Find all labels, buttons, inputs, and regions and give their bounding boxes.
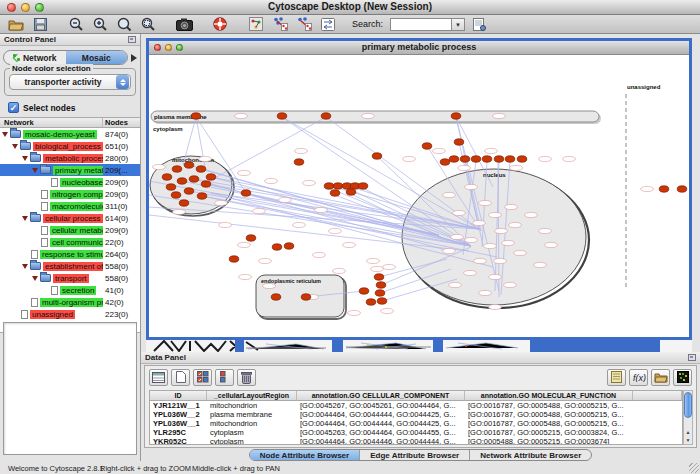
network-node[interactable]	[272, 244, 282, 250]
select-nodes-checkbox[interactable]: ✓	[8, 102, 19, 113]
network-node[interactable]	[422, 143, 432, 149]
column-header[interactable]: _cellularLayoutRegion	[207, 391, 297, 400]
tree-row[interactable]: establishment of lo558(0)	[0, 260, 140, 272]
frame-zoom-button[interactable]	[176, 44, 183, 51]
column-header[interactable]: annotation.GO MOLECULAR_FUNCTION	[465, 391, 633, 400]
network-node[interactable]	[494, 156, 504, 162]
open-session-button[interactable]	[6, 16, 26, 33]
scroll-up-button[interactable]: ▲	[684, 428, 692, 436]
import-attributes-button[interactable]	[651, 369, 670, 386]
expand-triangle-icon[interactable]	[32, 168, 38, 173]
table-row[interactable]: YLR295Ccytoplasm[GO:0045263, GO:0044464,…	[150, 428, 682, 437]
network-node[interactable]	[358, 183, 368, 189]
network-node[interactable]	[184, 162, 194, 168]
network-node[interactable]	[201, 181, 211, 187]
network-node[interactable]	[229, 256, 239, 262]
network-node[interactable]	[246, 235, 256, 241]
attribute-editor-button[interactable]	[607, 369, 626, 386]
help-button[interactable]	[210, 16, 230, 33]
network-node[interactable]	[460, 156, 470, 162]
tree-row[interactable]: unassigned223(0)	[0, 308, 140, 320]
select-attributes-button[interactable]	[149, 369, 168, 386]
control-panel-float-icon[interactable]	[128, 36, 136, 43]
tree-row[interactable]: response to stimulu264(0)	[0, 248, 140, 260]
scroll-down-button[interactable]: ▼	[684, 436, 692, 444]
region-plasma-membrane[interactable]	[151, 111, 599, 122]
attribute-modification-button[interactable]	[215, 369, 234, 386]
tab-network[interactable]: Network	[4, 51, 66, 64]
network-node[interactable]	[333, 183, 343, 189]
table-row[interactable]: YKR052Ccytoplasm[GO:0044464, GO:0044446,…	[150, 437, 682, 445]
network-node[interactable]	[172, 166, 182, 172]
network-node[interactable]	[449, 156, 459, 162]
zoom-selected-button[interactable]	[138, 16, 158, 33]
network-node[interactable]	[366, 299, 376, 305]
search-config-button[interactable]	[469, 16, 489, 33]
tree-row[interactable]: cellular metabo209(0)	[0, 224, 140, 236]
column-header[interactable]: annotation.GO CELLULAR_COMPONENT	[297, 391, 465, 400]
tree-row[interactable]: secretion41(0)	[0, 284, 140, 296]
network-node[interactable]	[451, 113, 461, 119]
network-node[interactable]	[372, 153, 382, 159]
zoom-out-button[interactable]	[66, 16, 86, 33]
frame-close-button[interactable]	[154, 44, 161, 51]
table-row[interactable]: YPL036W__1mitochondrion[GO:0044464, GO:0…	[150, 419, 682, 428]
tree-row[interactable]: nucleobase-209(0)	[0, 176, 140, 188]
tree-col-nodes[interactable]: Nodes	[103, 118, 140, 127]
network-node[interactable]	[482, 156, 492, 162]
network-node[interactable]	[677, 186, 687, 192]
region-nucleus[interactable]	[402, 169, 586, 305]
close-window-button[interactable]	[7, 3, 16, 12]
tree-row[interactable]: cell communicat22(0)	[0, 236, 140, 248]
tab-node-attribute-browser[interactable]: Node Attribute Browser	[250, 450, 361, 460]
network-node[interactable]	[277, 113, 287, 119]
data-panel-float-icon[interactable]	[688, 354, 696, 361]
network-node[interactable]	[321, 113, 331, 119]
expand-triangle-icon[interactable]	[22, 156, 28, 161]
tab-edge-attribute-browser[interactable]: Edge Attribute Browser	[360, 450, 470, 460]
matrix-view-button[interactable]	[673, 369, 692, 386]
network-node[interactable]	[301, 294, 311, 300]
node-color-select[interactable]: transporter activity	[9, 74, 131, 90]
network-node[interactable]	[375, 290, 385, 296]
tree-row[interactable]: biological_process651(0)	[0, 140, 140, 152]
network-node[interactable]	[189, 176, 199, 182]
expand-triangle-icon[interactable]	[22, 264, 28, 269]
background-window-edge[interactable]	[433, 340, 443, 352]
attribute-selection-button[interactable]	[193, 369, 212, 386]
background-window-edge[interactable]	[530, 340, 660, 352]
network-node[interactable]	[517, 156, 527, 162]
tree-row[interactable]: nitrogen compo209(0)	[0, 188, 140, 200]
tree-row[interactable]: primary metabo209(...	[0, 164, 140, 176]
background-window-edge[interactable]	[332, 340, 343, 352]
tab-mosaic[interactable]: Mosaic	[66, 51, 128, 64]
tree-row[interactable]: transport558(0)	[0, 272, 140, 284]
search-input[interactable]	[390, 18, 452, 31]
zoom-window-button[interactable]	[35, 3, 44, 12]
create-view-button[interactable]	[270, 16, 290, 33]
network-node[interactable]	[166, 184, 176, 190]
network-node[interactable]	[171, 192, 181, 198]
network-view-titlebar[interactable]: primary metabolic process	[149, 41, 689, 55]
network-node[interactable]	[196, 166, 206, 172]
network-node[interactable]	[659, 186, 669, 192]
network-node[interactable]	[184, 188, 194, 194]
network-node[interactable]	[241, 190, 251, 196]
tree-col-network[interactable]: Network	[0, 118, 103, 127]
network-node[interactable]	[179, 200, 189, 206]
network-node[interactable]	[324, 183, 334, 189]
tree-row[interactable]: metabolic process280(0)	[0, 152, 140, 164]
network-node[interactable]	[440, 159, 450, 165]
birds-eye-view[interactable]	[3, 322, 137, 455]
zoom-fit-button[interactable]	[114, 16, 134, 33]
background-window-edge[interactable]	[235, 340, 244, 352]
column-header[interactable]: ID	[150, 391, 207, 400]
resize-grip[interactable]	[689, 463, 699, 473]
network-node[interactable]	[330, 190, 340, 196]
network-node[interactable]	[454, 139, 464, 145]
scrollbar-thumb[interactable]	[684, 392, 692, 418]
network-node[interactable]	[294, 159, 304, 165]
network-node[interactable]	[376, 282, 386, 288]
tab-scroll-arrow[interactable]	[131, 54, 137, 62]
network-node[interactable]	[191, 113, 201, 119]
